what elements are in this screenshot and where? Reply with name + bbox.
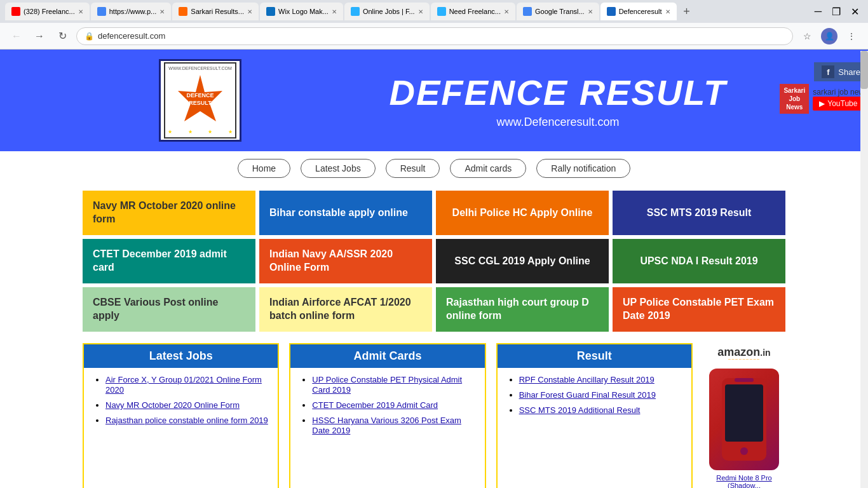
yt-icon: ▶ [819, 99, 825, 108]
nav-home[interactable]: Home [238, 159, 290, 178]
logo-url-text: WWW.DEFENCERESULT.COM [168, 66, 231, 71]
result-link-0[interactable]: RPF Constable Ancillary Result 2019 [519, 375, 654, 384]
tab-label-3: Sarkari Results... [191, 8, 244, 15]
nav-admit-cards[interactable]: Admit cards [450, 159, 526, 178]
sarkari-badge: Sarkari Job News [780, 84, 809, 114]
tab-label-6: Need Freelanc... [449, 8, 501, 15]
bookmark-button[interactable]: ☆ [798, 27, 816, 45]
tile-0[interactable]: Navy MR October 2020 online form [83, 191, 255, 235]
sarkari-line2: Job [783, 95, 805, 103]
tab-2[interactable]: https://www.p... ✕ [91, 3, 172, 20]
youtube-button[interactable]: ▶ YouTube [813, 97, 868, 111]
latest-job-link-2[interactable]: Rajasthan police constable online form 2… [105, 416, 268, 425]
tile-2[interactable]: Delhi Police HC Apply Online [436, 191, 609, 235]
admit-card-link-0[interactable]: UP Police Constable PET Physical Admit C… [312, 375, 462, 395]
back-button[interactable]: ← [8, 27, 25, 45]
scrollbar-thumb[interactable] [860, 51, 868, 89]
svg-rect-5 [735, 378, 754, 382]
admit-card-item-2: HSSC Haryana Various 3206 Post Exam Date… [312, 415, 475, 435]
tile-3[interactable]: SSC MTS 2019 Result [613, 191, 785, 235]
tab-4[interactable]: Wix Logo Mak... ✕ [260, 3, 343, 20]
tab-6[interactable]: Need Freelanc... ✕ [431, 3, 515, 20]
logo-container: WWW.DEFENCERESULT.COM DEFENCE RESULT ★ ★… [159, 59, 241, 142]
tab-close-5[interactable]: ✕ [418, 8, 423, 15]
tile-8[interactable]: CBSE Various Post online apply [83, 287, 255, 332]
nav-result[interactable]: Result [386, 159, 440, 178]
result-column: Result RPF Constable Ancillary Result 20… [496, 343, 693, 488]
tab-favicon-5 [351, 7, 360, 16]
bottom-section: Latest Jobs Air Force X, Y Group 01/2021… [0, 337, 868, 488]
nav-rally-notification[interactable]: Rally notification [536, 159, 630, 178]
tab-label-8: Defenceresult [619, 8, 662, 15]
site-header: WWW.DEFENCERESULT.COM DEFENCE RESULT ★ ★… [0, 50, 868, 151]
profile-icon[interactable]: 👤 [821, 28, 837, 44]
fb-icon: f [822, 65, 834, 78]
tab-label-7: Google Transl... [535, 8, 585, 15]
sarkari-line1: Sarkari [783, 86, 805, 95]
tab-close-1[interactable]: ✕ [78, 8, 83, 15]
tab-close-8[interactable]: ✕ [665, 8, 670, 15]
admit-card-link-2[interactable]: HSSC Haryana Various 3206 Post Exam Date… [312, 416, 461, 435]
tile-6[interactable]: SSC CGL 2019 Apply Online [436, 239, 609, 283]
tab-close-6[interactable]: ✕ [504, 8, 509, 15]
tile-4[interactable]: CTET December 2019 admit card [83, 239, 255, 283]
tile-9[interactable]: Indian Airforce AFCAT 1/2020 batch onlin… [259, 287, 432, 332]
sarkari-description: sarkari job news ▶ YouTube [813, 88, 868, 111]
tab-7[interactable]: Google Transl... ✕ [517, 3, 599, 20]
nav-bar: Home Latest Jobs Result Admit cards Rall… [0, 151, 868, 186]
tile-1[interactable]: Bihar constable apply online [259, 191, 432, 235]
close-button[interactable]: ✕ [847, 6, 863, 18]
logo-starburst-svg: DEFENCE RESULT [172, 72, 229, 129]
tab-3[interactable]: Sarkari Results... ✕ [172, 3, 259, 20]
header-text-area: DEFENCE RESULT www.Defenceresult.com [248, 72, 868, 129]
amazon-product-name[interactable]: Redmi Note 8 Pro (Shadow... [703, 474, 785, 488]
admit-cards-column: Admit Cards UP Police Constable PET Phys… [289, 343, 485, 488]
sarkari-line3: News [783, 103, 805, 111]
tile-11[interactable]: UP Police Constable PET Exam Date 2019 [613, 287, 785, 332]
nav-latest-jobs[interactable]: Latest Jobs [301, 159, 376, 178]
menu-button[interactable]: ⋮ [843, 27, 860, 45]
tile-5[interactable]: Indian Navy AA/SSR 2020 Online Form [259, 239, 432, 283]
tab-close-2[interactable]: ✕ [159, 8, 165, 15]
latest-job-link-0[interactable]: Air Force X, Y Group 01/2021 Online Form… [105, 375, 262, 395]
admit-card-link-1[interactable]: CTET December 2019 Admit Card [312, 400, 438, 410]
tab-close-7[interactable]: ✕ [588, 8, 593, 15]
new-tab-button[interactable]: + [678, 3, 696, 20]
forward-button[interactable]: → [31, 27, 48, 45]
scrollbar[interactable] [860, 51, 868, 488]
tile-7[interactable]: UPSC NDA I Result 2019 [613, 239, 785, 283]
tab-favicon-3 [179, 7, 187, 16]
address-bar[interactable]: 🔒 defenceresult.com [76, 27, 793, 45]
amazon-smile-icon: ~~~~~~~~~ [728, 356, 760, 362]
tile-10[interactable]: Rajasthan high court group D online form [436, 287, 609, 332]
minimize-button[interactable]: ─ [811, 6, 825, 18]
tab-close-3[interactable]: ✕ [247, 8, 252, 15]
latest-jobs-header: Latest Jobs [84, 344, 278, 368]
tiles-section: Navy MR October 2020 online form Bihar c… [0, 186, 868, 337]
tab-close-4[interactable]: ✕ [332, 8, 337, 15]
svg-text:RESULT: RESULT [189, 100, 212, 106]
site-title: DEFENCE RESULT [248, 72, 868, 113]
result-header: Result [498, 344, 691, 368]
url-text: defenceresult.com [98, 31, 165, 41]
tab-favicon-8 [607, 7, 616, 16]
maximize-button[interactable]: ❐ [828, 6, 844, 18]
result-link-1[interactable]: Bihar Forest Guard Final Result 2019 [519, 390, 656, 400]
tab-5[interactable]: Online Jobs | F... ✕ [344, 3, 430, 20]
latest-job-item-0: Air Force X, Y Group 01/2021 Online Form… [105, 374, 269, 395]
latest-job-link-1[interactable]: Navy MR October 2020 Online Form [105, 400, 240, 410]
logo-stars: ★ ★ ★ ★ [165, 129, 235, 135]
amazon-sidebar: amazon .in ~~~~~~~~~ Redmi Note 8 Pro (S… [703, 343, 785, 488]
admit-card-item-1: CTET December 2019 Admit Card [312, 400, 475, 410]
browser-controls: ← → ↻ 🔒 defenceresult.com ☆ 👤 ⋮ [0, 23, 868, 50]
fb-share-label: Share [838, 67, 860, 77]
result-item-2: SSC MTS 2019 Additional Result [519, 405, 682, 415]
tab-label-2: https://www.p... [109, 8, 157, 15]
result-link-2[interactable]: SSC MTS 2019 Additional Result [519, 405, 641, 415]
tab-8-active[interactable]: Defenceresult ✕ [600, 3, 677, 20]
lock-icon: 🔒 [85, 32, 94, 41]
tab-label-4: Wix Logo Mak... [278, 8, 329, 15]
tab-1[interactable]: (328) Freelanc... ✕ [5, 3, 90, 20]
svg-rect-4 [725, 384, 763, 442]
reload-button[interactable]: ↻ [53, 27, 71, 45]
